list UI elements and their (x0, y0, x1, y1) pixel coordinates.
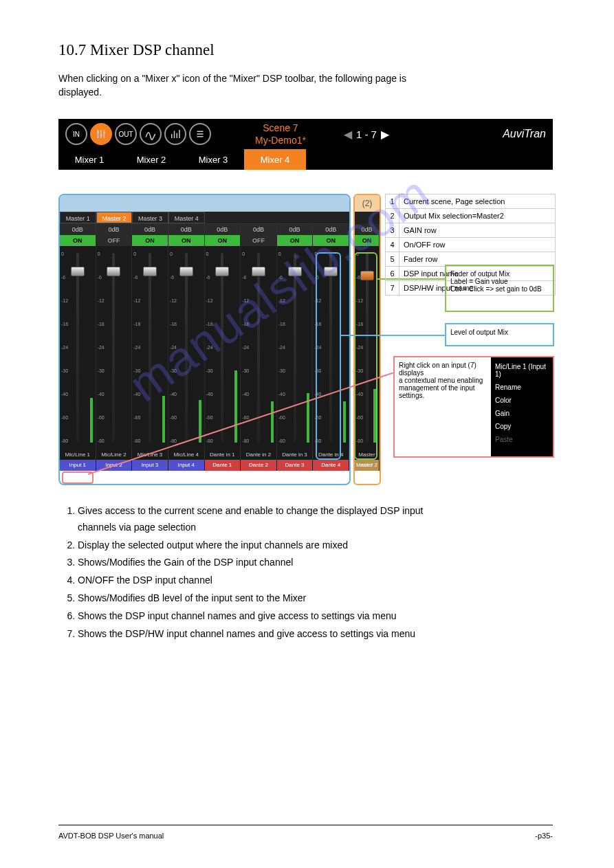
meter-3 (162, 396, 165, 443)
pager-prev-icon[interactable]: ◀ (344, 128, 352, 141)
output-panel-header: (2) (355, 195, 380, 212)
input-panel-header (60, 195, 349, 212)
footer-page: -p35- (535, 832, 553, 840)
levels-icon[interactable] (164, 123, 186, 145)
master-tab-3[interactable]: Master 3 (132, 212, 168, 223)
step-5: Shows/Modifies dB level of the input sen… (78, 590, 424, 607)
fader-ch-5[interactable]: 0-6-12-18-24-30-40-60-80 (205, 246, 241, 449)
pager[interactable]: ◀ 1 - 7 ▶ (344, 128, 389, 141)
fader-knob-3[interactable] (143, 267, 157, 276)
faders-row: 0-6-12-18-24-30-40-60-800-6-12-18-24-30-… (60, 246, 349, 449)
gain-ch-8[interactable]: 0dB (313, 224, 349, 235)
callout-output-level: Level of output Mix (445, 323, 554, 346)
tab-mixer-4[interactable]: Mixer 4 (244, 149, 306, 170)
master-tab-1[interactable]: Master 1 (60, 212, 96, 223)
step-4: ON/OFF the DSP input channel (78, 572, 424, 589)
fader-knob-1[interactable] (71, 267, 85, 276)
tab-mixer-2[interactable]: Mixer 2 (120, 149, 182, 170)
annot-row: 1Current scene, Page selection (386, 194, 556, 209)
step-2: Display the selected output where the in… (78, 537, 424, 554)
context-menu-preview: Mic/Line 1 (Input 1) Rename Color Gain C… (491, 357, 553, 456)
onoff-ch-1[interactable]: ON (60, 235, 96, 246)
callout-context-menu: Right click on an input (7) displays a c… (393, 356, 554, 458)
step-3: Shows/Modifies the Gain of the DSP input… (78, 555, 424, 571)
onoff-ch-4[interactable]: ON (168, 235, 205, 246)
in-icon[interactable]: IN (65, 123, 87, 145)
onoff-ch-7[interactable]: ON (277, 235, 314, 246)
meter-1 (90, 398, 93, 443)
highlight-input-1 (62, 471, 94, 484)
gain-ch-2[interactable]: 0dB (96, 224, 133, 235)
footer-title: AVDT-BOB DSP User's manual (58, 832, 164, 840)
fader-ch-1[interactable]: 0-6-12-18-24-30-40-60-80 (60, 246, 96, 449)
fader-ch-6[interactable]: 0-6-12-18-24-30-40-60-80 (241, 246, 277, 449)
fader-ch-7[interactable]: 0-6-12-18-24-30-40-60-80 (277, 246, 314, 449)
highlight-level-meter (316, 252, 341, 460)
meter-7 (307, 393, 309, 443)
gain-ch-5[interactable]: 0dB (205, 224, 241, 235)
gain-ch-6[interactable]: 0dB (241, 224, 277, 235)
gain-ch-3[interactable]: 0dB (132, 224, 168, 235)
fader-knob-7[interactable] (288, 267, 302, 276)
connector-blue (341, 335, 445, 336)
input-channels-panel: Master 1 Master 2 Master 3 Master 4 0dB0… (58, 194, 351, 485)
fader-knob-6[interactable] (252, 267, 265, 276)
brand-logo: AuviTran (503, 128, 546, 140)
steps-list: Gives access to the current scene and en… (58, 503, 424, 643)
page-title: 10.7 Mixer DSP channel (58, 41, 215, 59)
list-icon[interactable] (189, 123, 211, 145)
meter-8 (343, 401, 346, 443)
fader-knob-5[interactable] (215, 267, 229, 276)
highlight-output-fader (354, 252, 377, 460)
annot-row: 2Output Mix selection=Master2 (386, 209, 556, 223)
eq-icon[interactable] (140, 123, 162, 145)
mixer-tabs: Mixer 1 Mixer 2 Mixer 3 Mixer 4 (58, 149, 553, 170)
out-icon[interactable]: OUT (115, 123, 137, 145)
mixer-icon[interactable] (90, 123, 112, 145)
annot-row: 3GAIN row (386, 223, 556, 238)
gain-ch-1[interactable]: 0dB (60, 224, 96, 235)
fader-ch-4[interactable]: 0-6-12-18-24-30-40-60-80 (168, 246, 205, 449)
callout-output-fader: Fader of output Mix Label = Gain value C… (445, 265, 554, 312)
gain-ch-7[interactable]: 0dB (277, 224, 314, 235)
fader-ch-2[interactable]: 0-6-12-18-24-30-40-60-80 (96, 246, 133, 449)
gain-row: 0dB0dB0dB0dB0dB0dB0dB0dB (60, 224, 349, 235)
fader-ch-3[interactable]: 0-6-12-18-24-30-40-60-80 (132, 246, 168, 449)
fader-knob-4[interactable] (179, 267, 193, 276)
tab-mixer-3[interactable]: Mixer 3 (182, 149, 244, 170)
step-6: Shows the DSP input channel names and gi… (78, 608, 424, 625)
master-tab-4[interactable]: Master 4 (168, 212, 205, 223)
intro-text: When clicking on a "Mixer x" icon of the… (58, 72, 406, 99)
onoff-ch-8[interactable]: ON (313, 235, 349, 246)
onoff-ch-6[interactable]: OFF (241, 235, 277, 246)
onoff-row: ONOFFONONONOFFONON (60, 235, 349, 246)
step-7: Shows the DSP/HW input channel names and… (78, 626, 424, 643)
toolbar: IN OUT Scene 7 My-Demo1* ◀ 1 - 7 ▶ AuviT… (58, 119, 553, 149)
app-screenshot: IN OUT Scene 7 My-Demo1* ◀ 1 - 7 ▶ AuviT… (58, 119, 553, 170)
step-1: Gives access to the current scene and en… (78, 503, 424, 536)
onoff-ch-2[interactable]: OFF (96, 235, 133, 246)
gain-ch-4[interactable]: 0dB (168, 224, 205, 235)
fader-knob-2[interactable] (107, 267, 120, 276)
master-tabs: Master 1 Master 2 Master 3 Master 4 (60, 212, 349, 224)
meter-5 (234, 370, 237, 443)
meter-6 (271, 401, 274, 443)
annot-row: 4On/OFF row (386, 238, 556, 252)
onoff-ch-5[interactable]: ON (205, 235, 241, 246)
meter-4 (199, 400, 201, 443)
output-gain[interactable]: 0dB (355, 224, 380, 235)
onoff-ch-3[interactable]: ON (132, 235, 168, 246)
master-tab-2[interactable]: Master 2 (96, 212, 133, 223)
output-onoff[interactable]: ON (355, 235, 380, 246)
footer-divider (58, 825, 553, 825)
tab-mixer-1[interactable]: Mixer 1 (58, 149, 120, 170)
scene-display: Scene 7 My-Demo1* (255, 122, 306, 146)
pager-next-icon[interactable]: ▶ (381, 128, 389, 141)
